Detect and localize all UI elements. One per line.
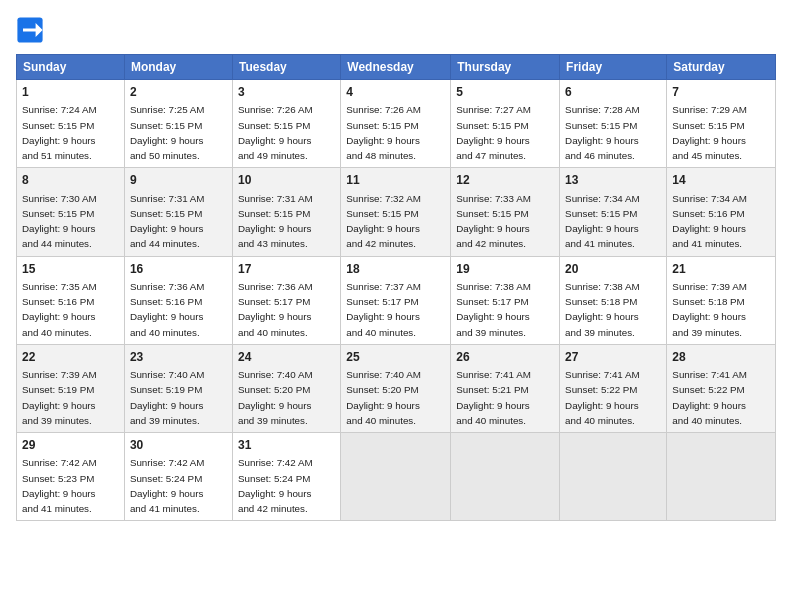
day-info: Sunrise: 7:38 AMSunset: 5:17 PMDaylight:…: [456, 281, 531, 338]
day-number: 6: [565, 84, 661, 101]
day-number: 16: [130, 261, 227, 278]
day-info: Sunrise: 7:40 AMSunset: 5:20 PMDaylight:…: [238, 369, 313, 426]
day-info: Sunrise: 7:39 AMSunset: 5:18 PMDaylight:…: [672, 281, 747, 338]
calendar-cell: 19 Sunrise: 7:38 AMSunset: 5:17 PMDaylig…: [451, 256, 560, 344]
day-number: 3: [238, 84, 335, 101]
calendar-header-row: Sunday Monday Tuesday Wednesday Thursday…: [17, 55, 776, 80]
calendar-cell: 17 Sunrise: 7:36 AMSunset: 5:17 PMDaylig…: [232, 256, 340, 344]
day-number: 26: [456, 349, 554, 366]
day-number: 24: [238, 349, 335, 366]
calendar-cell: 21 Sunrise: 7:39 AMSunset: 5:18 PMDaylig…: [667, 256, 776, 344]
col-wednesday: Wednesday: [341, 55, 451, 80]
day-number: 21: [672, 261, 770, 278]
day-number: 18: [346, 261, 445, 278]
calendar-cell: 15 Sunrise: 7:35 AMSunset: 5:16 PMDaylig…: [17, 256, 125, 344]
day-number: 7: [672, 84, 770, 101]
day-info: Sunrise: 7:32 AMSunset: 5:15 PMDaylight:…: [346, 193, 421, 250]
col-thursday: Thursday: [451, 55, 560, 80]
calendar-week-row: 22 Sunrise: 7:39 AMSunset: 5:19 PMDaylig…: [17, 344, 776, 432]
day-number: 28: [672, 349, 770, 366]
day-number: 4: [346, 84, 445, 101]
calendar-cell: 26 Sunrise: 7:41 AMSunset: 5:21 PMDaylig…: [451, 344, 560, 432]
day-info: Sunrise: 7:40 AMSunset: 5:19 PMDaylight:…: [130, 369, 205, 426]
calendar-week-row: 15 Sunrise: 7:35 AMSunset: 5:16 PMDaylig…: [17, 256, 776, 344]
day-info: Sunrise: 7:42 AMSunset: 5:24 PMDaylight:…: [238, 457, 313, 514]
logo: [16, 16, 48, 44]
calendar-cell: 23 Sunrise: 7:40 AMSunset: 5:19 PMDaylig…: [124, 344, 232, 432]
day-number: 17: [238, 261, 335, 278]
day-info: Sunrise: 7:39 AMSunset: 5:19 PMDaylight:…: [22, 369, 97, 426]
day-info: Sunrise: 7:36 AMSunset: 5:16 PMDaylight:…: [130, 281, 205, 338]
day-number: 25: [346, 349, 445, 366]
day-number: 20: [565, 261, 661, 278]
day-info: Sunrise: 7:40 AMSunset: 5:20 PMDaylight:…: [346, 369, 421, 426]
day-info: Sunrise: 7:42 AMSunset: 5:24 PMDaylight:…: [130, 457, 205, 514]
calendar-cell: 29 Sunrise: 7:42 AMSunset: 5:23 PMDaylig…: [17, 433, 125, 521]
day-info: Sunrise: 7:34 AMSunset: 5:16 PMDaylight:…: [672, 193, 747, 250]
day-number: 2: [130, 84, 227, 101]
day-number: 31: [238, 437, 335, 454]
day-number: 5: [456, 84, 554, 101]
calendar-cell: 31 Sunrise: 7:42 AMSunset: 5:24 PMDaylig…: [232, 433, 340, 521]
calendar-cell: 4 Sunrise: 7:26 AMSunset: 5:15 PMDayligh…: [341, 80, 451, 168]
calendar-cell: 9 Sunrise: 7:31 AMSunset: 5:15 PMDayligh…: [124, 168, 232, 256]
day-info: Sunrise: 7:41 AMSunset: 5:22 PMDaylight:…: [672, 369, 747, 426]
calendar-cell: [451, 433, 560, 521]
calendar-cell: 14 Sunrise: 7:34 AMSunset: 5:16 PMDaylig…: [667, 168, 776, 256]
col-saturday: Saturday: [667, 55, 776, 80]
calendar-week-row: 8 Sunrise: 7:30 AMSunset: 5:15 PMDayligh…: [17, 168, 776, 256]
day-number: 27: [565, 349, 661, 366]
day-number: 19: [456, 261, 554, 278]
day-info: Sunrise: 7:34 AMSunset: 5:15 PMDaylight:…: [565, 193, 640, 250]
day-info: Sunrise: 7:41 AMSunset: 5:21 PMDaylight:…: [456, 369, 531, 426]
calendar-cell: 28 Sunrise: 7:41 AMSunset: 5:22 PMDaylig…: [667, 344, 776, 432]
calendar-cell: 20 Sunrise: 7:38 AMSunset: 5:18 PMDaylig…: [560, 256, 667, 344]
calendar-cell: [341, 433, 451, 521]
day-info: Sunrise: 7:29 AMSunset: 5:15 PMDaylight:…: [672, 104, 747, 161]
day-info: Sunrise: 7:37 AMSunset: 5:17 PMDaylight:…: [346, 281, 421, 338]
calendar-cell: 7 Sunrise: 7:29 AMSunset: 5:15 PMDayligh…: [667, 80, 776, 168]
calendar-cell: 6 Sunrise: 7:28 AMSunset: 5:15 PMDayligh…: [560, 80, 667, 168]
calendar-cell: 1 Sunrise: 7:24 AMSunset: 5:15 PMDayligh…: [17, 80, 125, 168]
calendar-cell: [667, 433, 776, 521]
calendar-cell: 11 Sunrise: 7:32 AMSunset: 5:15 PMDaylig…: [341, 168, 451, 256]
calendar-cell: 30 Sunrise: 7:42 AMSunset: 5:24 PMDaylig…: [124, 433, 232, 521]
calendar-week-row: 1 Sunrise: 7:24 AMSunset: 5:15 PMDayligh…: [17, 80, 776, 168]
day-info: Sunrise: 7:31 AMSunset: 5:15 PMDaylight:…: [238, 193, 313, 250]
logo-icon: [16, 16, 44, 44]
day-info: Sunrise: 7:30 AMSunset: 5:15 PMDaylight:…: [22, 193, 97, 250]
day-info: Sunrise: 7:33 AMSunset: 5:15 PMDaylight:…: [456, 193, 531, 250]
day-number: 23: [130, 349, 227, 366]
day-info: Sunrise: 7:26 AMSunset: 5:15 PMDaylight:…: [238, 104, 313, 161]
day-info: Sunrise: 7:41 AMSunset: 5:22 PMDaylight:…: [565, 369, 640, 426]
calendar-cell: 13 Sunrise: 7:34 AMSunset: 5:15 PMDaylig…: [560, 168, 667, 256]
day-info: Sunrise: 7:27 AMSunset: 5:15 PMDaylight:…: [456, 104, 531, 161]
day-number: 22: [22, 349, 119, 366]
day-number: 15: [22, 261, 119, 278]
day-number: 14: [672, 172, 770, 189]
calendar-cell: 22 Sunrise: 7:39 AMSunset: 5:19 PMDaylig…: [17, 344, 125, 432]
calendar-cell: 2 Sunrise: 7:25 AMSunset: 5:15 PMDayligh…: [124, 80, 232, 168]
day-number: 1: [22, 84, 119, 101]
calendar-cell: 18 Sunrise: 7:37 AMSunset: 5:17 PMDaylig…: [341, 256, 451, 344]
day-number: 12: [456, 172, 554, 189]
day-number: 30: [130, 437, 227, 454]
calendar-cell: 25 Sunrise: 7:40 AMSunset: 5:20 PMDaylig…: [341, 344, 451, 432]
day-number: 11: [346, 172, 445, 189]
calendar-cell: [560, 433, 667, 521]
day-info: Sunrise: 7:42 AMSunset: 5:23 PMDaylight:…: [22, 457, 97, 514]
day-info: Sunrise: 7:26 AMSunset: 5:15 PMDaylight:…: [346, 104, 421, 161]
calendar-cell: 10 Sunrise: 7:31 AMSunset: 5:15 PMDaylig…: [232, 168, 340, 256]
day-info: Sunrise: 7:36 AMSunset: 5:17 PMDaylight:…: [238, 281, 313, 338]
calendar-cell: 16 Sunrise: 7:36 AMSunset: 5:16 PMDaylig…: [124, 256, 232, 344]
calendar-cell: 5 Sunrise: 7:27 AMSunset: 5:15 PMDayligh…: [451, 80, 560, 168]
col-tuesday: Tuesday: [232, 55, 340, 80]
page-container: Sunday Monday Tuesday Wednesday Thursday…: [0, 0, 792, 531]
day-info: Sunrise: 7:24 AMSunset: 5:15 PMDaylight:…: [22, 104, 97, 161]
day-number: 8: [22, 172, 119, 189]
col-monday: Monday: [124, 55, 232, 80]
day-number: 13: [565, 172, 661, 189]
day-number: 29: [22, 437, 119, 454]
col-sunday: Sunday: [17, 55, 125, 80]
calendar-cell: 27 Sunrise: 7:41 AMSunset: 5:22 PMDaylig…: [560, 344, 667, 432]
